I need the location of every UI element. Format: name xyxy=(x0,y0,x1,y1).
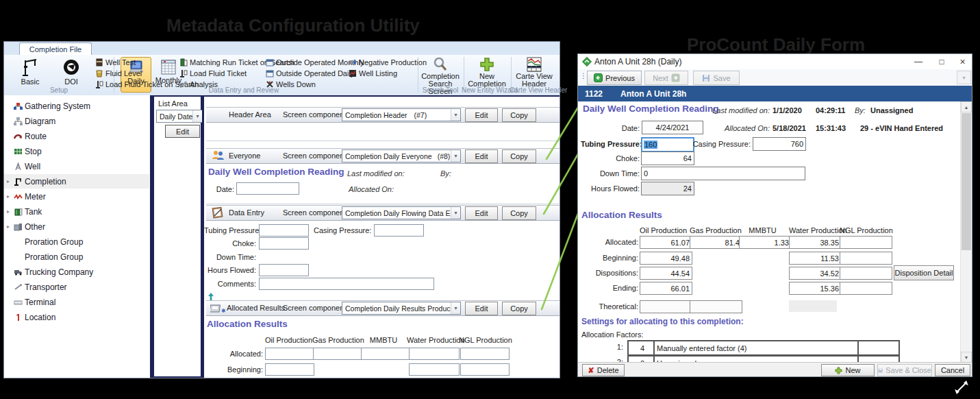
data-entry-edit-button[interactable]: Edit xyxy=(465,206,498,220)
comments-input[interactable] xyxy=(259,278,434,290)
tree-item-proration-group-1[interactable]: Proration Group xyxy=(4,234,149,249)
ribbon-btn-outside-operated-daily[interactable]: Outside Operated Daily xyxy=(266,69,354,77)
date-input[interactable] xyxy=(236,182,299,195)
choke-input[interactable] xyxy=(259,237,309,250)
header-area-component-dropdown[interactable]: Completion Header (#7) ▾ xyxy=(342,108,461,121)
tree-item-transporter[interactable]: Transporter xyxy=(4,280,149,294)
tree-item-stop[interactable]: Stop xyxy=(4,144,149,158)
delete-button[interactable]: ✘ Delete xyxy=(582,364,625,376)
tree-item-meter[interactable]: ▸ Meter xyxy=(4,189,149,204)
dispositions-oil-input[interactable]: 44.54 xyxy=(640,267,692,280)
dialog-scrollbar[interactable]: ▲ ▼ xyxy=(960,101,972,364)
scrollbar-thumb[interactable] xyxy=(962,113,971,250)
allocated-water-input[interactable] xyxy=(409,348,460,360)
ribbon-btn-carte-view-header[interactable]: Carte View Header xyxy=(512,57,556,88)
maximize-button[interactable]: □ xyxy=(931,54,952,69)
tree-item-gathering-system[interactable]: Gathering System xyxy=(4,99,149,113)
beginning-water-input[interactable] xyxy=(409,363,460,376)
beginning-ngl-input[interactable] xyxy=(840,252,892,265)
casing-pressure-input[interactable] xyxy=(374,224,424,237)
tree-item-route[interactable]: Route xyxy=(4,129,149,143)
header-area-copy-button[interactable]: Copy xyxy=(502,108,536,122)
everyone-component-dropdown[interactable]: Completion Daily Everyone (#8) ▾ xyxy=(342,149,461,162)
save-close-button[interactable]: Save & Close xyxy=(877,364,932,376)
ribbon-btn-doi[interactable]: DOI xyxy=(56,58,86,86)
toolbar-overflow-button[interactable]: ▾ xyxy=(957,71,971,84)
theoretical-gas-input[interactable] xyxy=(690,300,742,313)
allocated-mmbtu-input[interactable] xyxy=(361,348,412,360)
ribbon-btn-negative-production[interactable]: Negative Production xyxy=(349,58,427,66)
tree-item-other[interactable]: ▸ Other xyxy=(4,219,149,234)
tree-item-diagram[interactable]: Diagram xyxy=(4,114,149,128)
data-entry-component-dropdown[interactable]: Completion Daily Flowing Data Entry ▾ xyxy=(342,206,461,219)
dialog-title-bar[interactable]: Anton A Unit 28h (Daily) — □ × xyxy=(578,54,972,70)
ribbon-btn-new-completion[interactable]: New Completion xyxy=(465,57,509,88)
allocated-gas-input[interactable] xyxy=(313,348,364,360)
everyone-copy-button[interactable]: Copy xyxy=(502,149,536,163)
chevron-down-icon[interactable]: ▾ xyxy=(451,109,460,121)
previous-button[interactable]: Previous xyxy=(587,71,642,85)
new-button[interactable]: New xyxy=(821,364,875,376)
disposition-detail-button[interactable]: Disposition Detail xyxy=(894,265,954,280)
ribbon-btn-well-listing[interactable]: Well Listing xyxy=(349,69,397,77)
chevron-down-icon[interactable]: ▾ xyxy=(192,110,202,122)
allocated-ngl-input[interactable] xyxy=(840,236,892,249)
beginning-oil-input[interactable] xyxy=(265,363,314,376)
data-entry-copy-button[interactable]: Copy xyxy=(502,206,536,220)
ending-oil-input[interactable]: 66.01 xyxy=(640,282,692,295)
ending-ngl-input[interactable] xyxy=(840,282,892,295)
tree-item-trucking-company[interactable]: Trucking Company xyxy=(4,265,149,279)
theoretical-oil-input[interactable] xyxy=(640,300,692,313)
allocated-ngl-input[interactable] xyxy=(460,348,510,360)
factor-1-extra[interactable] xyxy=(857,340,900,356)
tab-completion-file[interactable]: Completion File xyxy=(19,43,92,56)
tree-item-location[interactable]: Location xyxy=(4,310,149,324)
allocated-water-input[interactable]: 38.35 xyxy=(789,236,842,249)
tree-item-well[interactable]: Well xyxy=(4,159,149,173)
allocated-results-component-dropdown[interactable]: Completion Daily Results Producing We ▾ xyxy=(342,302,461,315)
everyone-edit-button[interactable]: Edit xyxy=(465,149,498,163)
tree-item-completion[interactable]: ▸ Completion xyxy=(4,174,149,189)
tree-item-terminal[interactable]: Terminal xyxy=(4,295,149,309)
save-button[interactable]: Save xyxy=(693,71,740,85)
hours-flowed-input[interactable] xyxy=(259,264,309,276)
allocated-gas-input[interactable]: 81.4 xyxy=(690,236,742,249)
minimize-button[interactable]: — xyxy=(908,54,929,69)
dispositions-water-input[interactable]: 34.52 xyxy=(789,267,842,280)
beginning-ngl-input[interactable] xyxy=(460,363,510,376)
chevron-down-icon[interactable]: ▾ xyxy=(451,302,460,314)
beginning-oil-input[interactable]: 49.48 xyxy=(640,252,692,265)
scroll-down-button[interactable]: ▼ xyxy=(961,352,972,363)
next-button[interactable]: Next xyxy=(644,71,688,85)
chevron-down-icon[interactable]: ▾ xyxy=(451,207,460,219)
scroll-up-button[interactable]: ▲ xyxy=(961,101,972,112)
casing-pressure-input[interactable]: 760 xyxy=(753,137,806,151)
allocated-results-edit-button[interactable]: Edit xyxy=(465,302,498,315)
close-button[interactable]: × xyxy=(953,54,972,69)
ending-water-input[interactable]: 15.36 xyxy=(789,282,842,295)
ribbon-btn-fluid-level[interactable]: Fluid Level xyxy=(95,69,142,77)
ribbon-btn-basic[interactable]: Basic xyxy=(15,58,45,86)
factor-1-description[interactable]: Manually entered factor (4) xyxy=(653,340,862,356)
dispositions-ngl-input[interactable] xyxy=(840,267,892,280)
plus-icon xyxy=(835,367,842,374)
header-area-edit-button[interactable]: Edit xyxy=(465,108,498,122)
hours-flowed-input[interactable]: 24 xyxy=(641,182,694,195)
allocated-mmbtu-input[interactable]: 1.33 xyxy=(739,236,792,249)
ribbon-btn-load-fluid-ticket[interactable]: Load Fluid Ticket xyxy=(179,69,247,77)
list-area-edit-button[interactable]: Edit xyxy=(165,125,200,138)
tubing-pressure-input[interactable]: 160 xyxy=(641,137,694,152)
allocated-oil-input[interactable] xyxy=(265,348,314,360)
ribbon-btn-well-test[interactable]: Well Test xyxy=(95,58,136,66)
down-time-input[interactable]: 0 xyxy=(641,167,805,180)
allocated-oil-input[interactable]: 61.07 xyxy=(640,236,692,249)
allocated-results-copy-button[interactable]: Copy xyxy=(502,302,536,315)
beginning-water-input[interactable]: 11.53 xyxy=(789,252,842,265)
tubing-pressure-input[interactable] xyxy=(259,224,309,237)
tree-item-proration-group-2[interactable]: Proration Group xyxy=(4,250,149,264)
tree-item-tank[interactable]: ▸ Tank xyxy=(4,204,149,219)
chevron-down-icon[interactable]: ▾ xyxy=(451,150,460,162)
list-area-dropdown[interactable]: Daily Date L ▾ xyxy=(156,110,203,123)
cancel-button[interactable]: Cancel xyxy=(935,364,970,376)
choke-input[interactable]: 64 xyxy=(641,152,694,165)
